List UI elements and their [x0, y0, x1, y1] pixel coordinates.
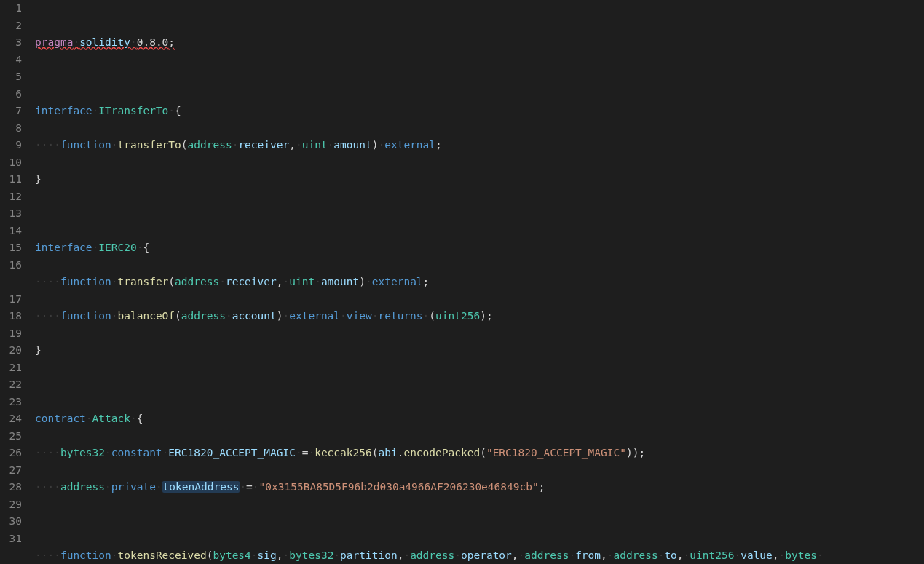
token-variable-highlighted: tokenAddress	[162, 481, 240, 493]
line-number: 28	[7, 479, 22, 496]
line-number: 4	[7, 52, 22, 69]
code-line[interactable]: ····function·transferTo(address·receiver…	[35, 137, 895, 154]
token-type: ITransferTo	[98, 105, 168, 116]
code-line[interactable]: ····bytes32·constant·ERC1820_ACCEPT_MAGI…	[35, 445, 895, 462]
line-number: 23	[7, 394, 22, 411]
token-type: bytes	[785, 549, 817, 561]
token-keyword: external	[289, 310, 340, 322]
token-param: partition	[340, 549, 398, 561]
token-keyword: contract	[35, 413, 86, 424]
token-param: sig	[258, 549, 277, 561]
line-number: 2	[7, 17, 22, 35]
line-number: 18	[7, 308, 22, 325]
code-line[interactable]: ····function·transfer(address·receiver,·…	[35, 274, 895, 291]
line-number: 26	[7, 445, 22, 462]
line-number: 7	[7, 103, 22, 120]
token-function: transferTo	[118, 139, 181, 151]
token-keyword: pragma	[35, 36, 73, 48]
line-number: 25	[7, 428, 22, 445]
code-line[interactable]	[35, 205, 895, 223]
token-param: operator	[461, 549, 512, 561]
token-function: keccak256	[315, 447, 372, 458]
token-keyword: function	[60, 310, 111, 322]
code-line[interactable]	[35, 376, 895, 394]
token-keyword: view	[347, 310, 372, 322]
line-number: 30	[7, 513, 22, 531]
token-keyword: private	[111, 481, 156, 493]
line-number: 11	[7, 171, 22, 188]
code-line[interactable]: }	[35, 171, 895, 188]
code-line[interactable]	[35, 513, 895, 531]
token-type: address	[524, 549, 569, 561]
token-const: ERC1820_ACCEPT_MAGIC	[168, 447, 296, 458]
token-function: tokensReceived	[118, 549, 207, 561]
line-number-gutter: 1234567891011121314151617181920212223242…	[0, 0, 35, 564]
token-ident: solidity	[79, 36, 130, 48]
token-keyword: function	[60, 139, 111, 151]
line-number: 9	[7, 137, 22, 154]
token-type: address	[175, 276, 219, 287]
line-number: 31	[7, 531, 22, 548]
line-number: 21	[7, 360, 22, 377]
token-keyword: interface	[35, 105, 92, 116]
code-line[interactable]: ····address·private·tokenAddress·=·"0x31…	[35, 479, 895, 496]
token-type: address	[410, 549, 454, 561]
token-keyword: constant	[111, 447, 162, 458]
code-line[interactable]: }	[35, 342, 895, 360]
token-version: 0.8.0	[137, 36, 169, 48]
token-keyword: function	[60, 549, 111, 561]
line-number: 12	[7, 188, 22, 206]
token-punc: }	[35, 173, 42, 185]
line-number: 20	[7, 342, 22, 360]
code-editor[interactable]: 1234567891011121314151617181920212223242…	[0, 0, 924, 564]
token-function: encodePacked	[403, 447, 480, 458]
line-number: 10	[7, 154, 22, 172]
line-number: 8	[7, 120, 22, 138]
line-number: 3	[7, 34, 22, 52]
code-line[interactable]: ····function·balanceOf(address·account)·…	[35, 308, 895, 325]
token-type: address	[614, 549, 658, 561]
line-number: 15	[7, 239, 22, 257]
token-function: balanceOf	[118, 310, 175, 322]
token-param: value	[741, 549, 773, 561]
code-line[interactable]: interface·ITransferTo·{	[35, 103, 895, 120]
token-type: IERC20	[98, 242, 136, 253]
token-function: transfer	[118, 276, 169, 287]
line-number: 6	[7, 86, 22, 103]
token-type: address	[60, 481, 105, 493]
token-keyword: function	[60, 276, 111, 287]
line-number: 22	[7, 376, 22, 394]
minimap[interactable]	[909, 0, 924, 564]
line-number: 1	[7, 0, 22, 17]
token-param: amount	[333, 139, 371, 151]
code-line[interactable]: pragma·solidity·0.8.0;	[35, 34, 895, 52]
token-type: uint	[302, 139, 328, 151]
token-type: bytes32	[60, 447, 105, 458]
token-type: bytes4	[213, 549, 250, 561]
line-number: 19	[7, 325, 22, 343]
token-param: from	[575, 549, 601, 561]
token-type: uint	[289, 276, 315, 287]
line-number: 27	[7, 462, 22, 480]
line-number-wrap	[7, 274, 22, 291]
token-string: "ERC1820_ACCEPT_MAGIC"	[486, 447, 626, 458]
code-line[interactable]: interface·IERC20·{	[35, 239, 895, 257]
code-area[interactable]: pragma·solidity·0.8.0; interface·ITransf…	[35, 0, 909, 564]
line-number: 29	[7, 496, 22, 514]
token-type: bytes32	[289, 549, 333, 561]
line-number: 5	[7, 68, 22, 86]
token-type: address	[188, 139, 232, 151]
code-line[interactable]: contract·Attack·{	[35, 410, 895, 428]
token-keyword: external	[372, 276, 423, 287]
token-type: address	[181, 310, 226, 322]
code-line[interactable]: ····function·tokensReceived(bytes4·sig,·…	[35, 547, 895, 564]
token-param: receiver	[238, 139, 289, 151]
token-ident: abi	[378, 447, 397, 458]
token-punc: {	[175, 105, 181, 116]
line-number: 14	[7, 223, 22, 240]
token-type: Attack	[92, 413, 130, 424]
line-number: 16	[7, 257, 22, 274]
token-type: uint256	[435, 310, 480, 322]
token-param: receiver	[226, 276, 277, 287]
code-line[interactable]	[35, 68, 895, 86]
